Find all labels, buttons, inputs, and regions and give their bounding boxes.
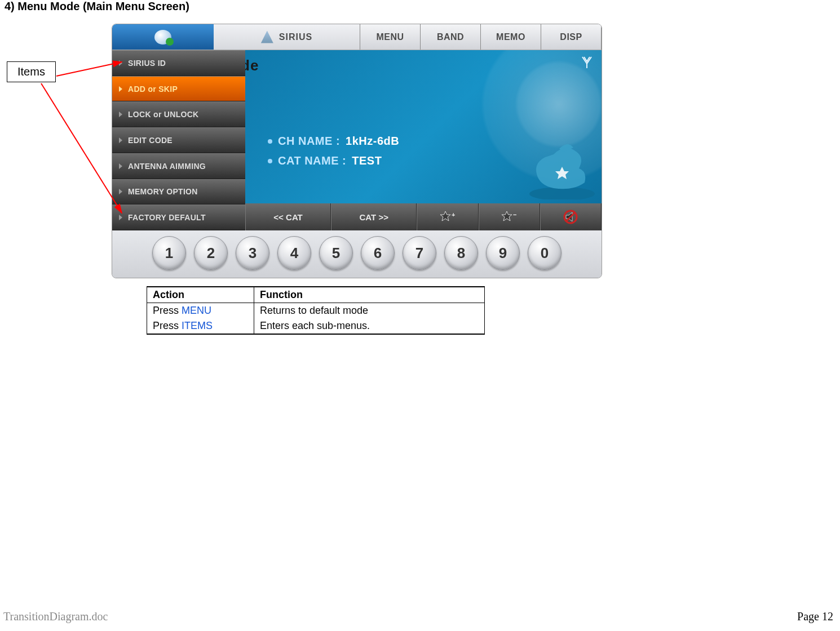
side-menu: SIRIUS ID ADD or SKIP LOCK or UNLOCK EDI…	[112, 50, 245, 230]
num-button-0[interactable]: 0	[528, 236, 562, 270]
sidemenu-item-label: MEMORY OPTION	[128, 187, 198, 196]
table-cell-function: Returns to default mode	[254, 303, 485, 319]
home-icon	[154, 30, 171, 45]
sirius-mascot-icon	[500, 137, 596, 199]
sidemenu-item-lock-unlock[interactable]: LOCK or UNLOCK	[112, 101, 245, 127]
sidemenu-item-label: FACTORY DEFAULT	[128, 213, 206, 222]
sidemenu-item-label: EDIT CODE	[128, 136, 173, 145]
menu-button[interactable]: MENU	[360, 24, 421, 50]
disp-button[interactable]: DISP	[541, 24, 602, 50]
cat-prev-button[interactable]: << CAT	[245, 203, 331, 230]
device-screenshot: SIRIUS MENU BAND MEMO DISP SIRIUS ID ADD…	[112, 24, 602, 278]
chevron-right-icon	[119, 60, 122, 66]
num-button-2[interactable]: 2	[194, 236, 228, 270]
chevron-right-icon	[119, 215, 122, 220]
cat-next-button[interactable]: CAT >>	[331, 203, 417, 230]
band-button[interactable]: BAND	[421, 24, 481, 50]
sirius-icon	[261, 31, 273, 43]
table-cell-press: Press	[153, 305, 182, 316]
num-button-8[interactable]: 8	[444, 236, 478, 270]
svg-line-1	[41, 83, 122, 213]
sirius-label: SIRIUS	[279, 32, 312, 42]
svg-marker-6	[502, 211, 512, 221]
ch-name-value: 1kHz-6dB	[346, 135, 399, 148]
sidemenu-item-sirius-id[interactable]: SIRIUS ID	[112, 50, 245, 76]
table-header-action: Action	[147, 287, 254, 303]
sirius-tab[interactable]: SIRIUS	[214, 24, 360, 50]
cat-name-label: CAT NAME :	[278, 154, 346, 167]
page-title: 4) Menu Mode (Main Menu Screen)	[5, 0, 189, 13]
table-row: Press MENU Returns to default mode	[147, 303, 485, 319]
num-button-5[interactable]: 5	[319, 236, 353, 270]
table-header-function: Function	[254, 287, 485, 303]
number-row: 1 2 3 4 5 6 7 8 9 0	[112, 230, 602, 278]
sidemenu-item-edit-code[interactable]: EDIT CODE	[112, 127, 245, 153]
category-bar: << CAT CAT >> + −	[245, 203, 602, 230]
num-button-6[interactable]: 6	[361, 236, 395, 270]
sidemenu-item-label: ADD or SKIP	[128, 85, 178, 94]
ch-name-row: CH NAME : 1kHz-6dB	[268, 135, 399, 148]
content-pane: de CH NAME : 1kHz-6dB CAT NAME : TEST	[245, 50, 602, 230]
table-row: Press ITEMS Enters each sub-menus.	[147, 318, 485, 334]
mute-icon	[563, 209, 578, 225]
svg-text:−: −	[513, 211, 516, 218]
home-tab[interactable]	[112, 24, 214, 50]
top-bar: SIRIUS MENU BAND MEMO DISP	[112, 24, 602, 50]
memo-button[interactable]: MEMO	[481, 24, 541, 50]
table-cell-function: Enters each sub-menus.	[254, 318, 485, 334]
star-minus-icon: −	[501, 210, 517, 224]
chevron-right-icon	[119, 112, 122, 117]
table-cell-press: Press	[153, 320, 182, 331]
num-button-1[interactable]: 1	[152, 236, 186, 270]
callout-items-box: Items	[7, 61, 56, 82]
bullet-icon	[268, 139, 272, 144]
sidemenu-item-label: ANTENNA AIMMING	[128, 162, 206, 171]
sidemenu-item-label: SIRIUS ID	[128, 59, 166, 68]
sidemenu-item-memory-option[interactable]: MEMORY OPTION	[112, 179, 245, 205]
table-cell-keyword: MENU	[182, 305, 211, 316]
star-plus-icon: +	[440, 210, 456, 224]
svg-point-2	[529, 187, 595, 199]
cat-name-value: TEST	[352, 154, 382, 167]
footer-filename: TransitionDiagram.doc	[3, 610, 108, 623]
svg-marker-4	[440, 211, 450, 221]
chevron-right-icon	[119, 137, 122, 143]
svg-text:+: +	[452, 211, 455, 218]
table-cell-keyword: ITEMS	[182, 320, 213, 331]
num-button-9[interactable]: 9	[486, 236, 520, 270]
fav-remove-button[interactable]: −	[479, 203, 540, 230]
sidemenu-item-factory-default[interactable]: FACTORY DEFAULT	[112, 205, 245, 230]
mode-fragment: de	[245, 57, 259, 74]
ch-name-label: CH NAME :	[278, 135, 340, 148]
mute-button[interactable]	[540, 203, 602, 230]
fav-add-button[interactable]: +	[417, 203, 478, 230]
chevron-right-icon	[119, 189, 122, 194]
chevron-right-icon	[119, 163, 122, 169]
action-function-table: Action Function Press MENU Returns to de…	[147, 286, 485, 335]
num-button-7[interactable]: 7	[403, 236, 436, 270]
num-button-4[interactable]: 4	[277, 236, 311, 270]
chevron-right-icon	[119, 86, 122, 92]
cat-name-row: CAT NAME : TEST	[268, 154, 382, 167]
footer-page-number: Page 12	[797, 610, 833, 623]
sidemenu-item-add-or-skip[interactable]: ADD or SKIP	[112, 76, 245, 102]
sidemenu-item-label: LOCK or UNLOCK	[128, 110, 199, 119]
bullet-icon	[268, 159, 272, 163]
sidemenu-item-antenna-aimming[interactable]: ANTENNA AIMMING	[112, 153, 245, 179]
num-button-3[interactable]: 3	[236, 236, 269, 270]
antenna-icon	[580, 55, 594, 68]
